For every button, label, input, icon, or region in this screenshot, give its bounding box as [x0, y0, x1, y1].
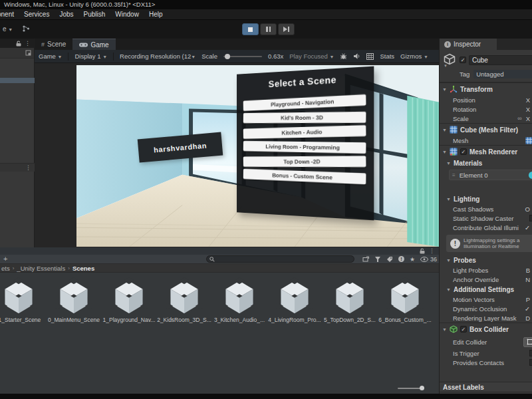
version-control-icon[interactable]	[22, 25, 30, 33]
stats-toggle[interactable]: Stats	[380, 53, 394, 60]
asset-scene-mainmenu[interactable]: 0_MainMenu_Scene	[47, 277, 100, 323]
eye-icon	[420, 257, 428, 262]
asset-scene-livingroom[interactable]: 4_LivingRoom_Pro...	[268, 277, 321, 323]
selected-row-highlight[interactable]	[0, 78, 35, 83]
frame-debugger-bug-icon[interactable]	[340, 53, 347, 60]
tab-inspector[interactable]: i Inspector	[440, 39, 497, 50]
is-trigger-row[interactable]: Is Trigger	[440, 348, 532, 358]
game-mode-dropdown[interactable]: Game ▼	[39, 53, 62, 60]
scene-button-topdown[interactable]: Top Down -2D	[243, 156, 366, 167]
pause-button[interactable]	[260, 23, 277, 35]
dynamic-occlusion-row[interactable]: Dynamic Occlusion ✓	[440, 304, 532, 313]
menu-item-jobs[interactable]: Jobs	[59, 11, 73, 18]
create-asset-plus-icon[interactable]: +	[3, 255, 7, 263]
drag-handle-icon[interactable]: ≡	[450, 172, 460, 178]
tag-dropdown[interactable]: Untagged	[473, 70, 532, 78]
active-checkbox[interactable]: ✓	[460, 57, 466, 63]
play-focused-dropdown[interactable]: Play Focused ▼	[289, 53, 334, 60]
foldout-icon[interactable]: ▼	[442, 87, 447, 92]
resolution-dropdown[interactable]: Recording Resolution (12▼	[120, 53, 196, 60]
gameobject-cube-icon[interactable]: ▼	[444, 53, 457, 66]
lighting-foldout[interactable]: ▼ Lighting	[440, 194, 532, 204]
favorites-star-icon[interactable]: ★	[410, 256, 415, 263]
unity-scene-icon	[0, 277, 37, 315]
icon-size-slider[interactable]	[398, 386, 424, 391]
gizmos-dropdown[interactable]: Gizmos ▼	[400, 53, 428, 60]
cast-shadows-row[interactable]: Cast Shadows O	[440, 204, 532, 213]
game-viewport[interactable]: harshvardhan Select a Scene Playground -…	[35, 64, 439, 247]
tab-scene[interactable]: # Scene	[35, 39, 72, 50]
scale-slider[interactable]	[223, 56, 262, 57]
tab-game[interactable]: Game	[72, 39, 115, 50]
asset-scene-topdown[interactable]: 5_TopDown_2D_S...	[323, 277, 376, 323]
menu-item-publish[interactable]: Publish	[84, 11, 106, 18]
additional-settings-foldout[interactable]: ▼ Additional Settings	[440, 284, 532, 295]
contribute-gi-row[interactable]: Contribute Global Illumi ✓	[440, 223, 532, 232]
foldout-icon[interactable]: ▼	[442, 327, 447, 332]
asset-scene-playground[interactable]: 1_Playground_Nav...	[102, 277, 156, 323]
kebab-menu-icon[interactable]: ⋮	[25, 165, 31, 171]
tag-label: Tag	[460, 70, 469, 78]
probes-foldout[interactable]: ▼ Probes	[440, 255, 532, 265]
account-dropdown[interactable]: e ▼	[3, 25, 13, 33]
rendering-layer-mask-row[interactable]: Rendering Layer Mask D	[440, 313, 532, 323]
materials-foldout[interactable]: ▼ Materials	[440, 158, 532, 168]
component-checkbox[interactable]: ✓	[460, 326, 467, 332]
menu-item-help[interactable]: Help	[149, 11, 163, 18]
play-button[interactable]	[242, 23, 259, 35]
hidden-count-toggle[interactable]: 36	[420, 256, 437, 263]
menu-item-services[interactable]: Services	[24, 11, 49, 18]
kebab-menu-icon[interactable]: ⋮	[429, 248, 435, 254]
lock-icon[interactable]	[16, 41, 21, 47]
chevron-right-icon: ›	[13, 265, 15, 271]
foldout-icon[interactable]: ▼	[442, 150, 447, 154]
gameobject-name-field[interactable]: Cube	[469, 55, 532, 65]
metrics-grid-icon[interactable]	[366, 53, 374, 60]
scene-button-playground[interactable]: Playground - Navigation	[243, 94, 366, 111]
menu-item-component[interactable]: onent	[0, 11, 14, 18]
scene-menu-title: Select a Scene	[237, 71, 374, 91]
position-row[interactable]: Position X	[440, 95, 532, 104]
picker-icon[interactable]	[25, 50, 31, 56]
component-checkbox[interactable]: ✓	[460, 148, 467, 155]
asset-scene-bonus[interactable]: 6_Bonus_Custom_...	[378, 277, 432, 323]
menu-item-window[interactable]: Window	[115, 11, 139, 18]
asset-scene-kitchen[interactable]: 3_Kitchen_Audio_...	[213, 277, 266, 323]
edit-collider-button[interactable]	[523, 337, 532, 347]
rotation-row[interactable]: Rotation X	[440, 104, 532, 114]
breadcrumb-scenes[interactable]: Scenes	[72, 265, 94, 272]
display-dropdown[interactable]: Display 1 ▼	[74, 53, 107, 60]
scale-value: 0.63x	[268, 53, 283, 60]
anchor-override-row[interactable]: Anchor Override N	[440, 275, 532, 284]
scale-row[interactable]: Scale ∞ X	[440, 114, 532, 123]
asset-labels-bar[interactable]: Asset Labels	[440, 382, 532, 392]
breadcrumb-assets[interactable]: ets	[1, 265, 10, 272]
scene-button-kitchen[interactable]: Kitchen - Audio	[243, 125, 366, 139]
search-by-type-funnel-icon[interactable]	[374, 256, 381, 263]
open-in-window-icon[interactable]	[362, 256, 369, 263]
constrain-proportions-icon[interactable]: ∞	[517, 115, 521, 122]
static-shadow-caster-row[interactable]: Static Shadow Caster	[440, 213, 532, 223]
material-element-row[interactable]: ≡ Element 0	[449, 170, 532, 180]
motion-vectors-row[interactable]: Motion Vectors P	[440, 295, 532, 304]
kebab-menu-icon[interactable]: ⋮	[25, 41, 31, 47]
asset-scene-starter[interactable]: -1_Starter_Scene	[0, 277, 45, 323]
step-button[interactable]	[278, 23, 295, 35]
unity-scene-icon	[110, 277, 148, 315]
asset-scene-kidsroom[interactable]: 2_KidsRoom_3D_S...	[158, 277, 211, 323]
project-search[interactable]	[206, 255, 354, 263]
foldout-icon[interactable]: ▼	[442, 128, 447, 132]
scene-button-kidsroom[interactable]: Kid's Room - 3D	[243, 112, 366, 124]
search-by-label-tag-icon[interactable]	[386, 256, 393, 263]
light-probes-row[interactable]: Light Probes B	[440, 265, 532, 275]
transform-icon	[450, 85, 458, 93]
provides-contacts-row[interactable]: Provides Contacts	[440, 358, 532, 367]
search-input[interactable]	[217, 256, 351, 262]
scene-button-bonus[interactable]: Bonus - Custom Scene	[243, 169, 366, 184]
alert-circle-icon[interactable]: !	[398, 256, 404, 262]
scene-button-livingroom[interactable]: Living Room - Programming	[243, 141, 366, 154]
mesh-row[interactable]: Mesh	[440, 136, 532, 145]
lock-icon[interactable]	[420, 248, 425, 254]
mute-audio-icon[interactable]	[353, 53, 360, 60]
breadcrumb-unity-essentials[interactable]: _Unity Essentials	[17, 265, 65, 272]
